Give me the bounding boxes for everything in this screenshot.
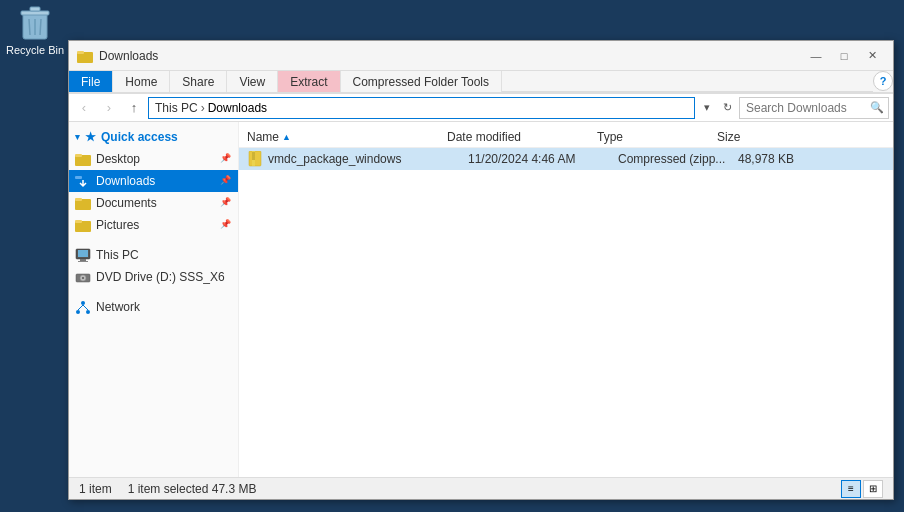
- dvd-drive-icon: [75, 269, 91, 285]
- sidebar-label-this-pc: This PC: [96, 248, 232, 262]
- svg-rect-14: [78, 250, 88, 257]
- file-date: 11/20/2024 4:46 AM: [468, 152, 618, 166]
- address-bar: ‹ › ↑ This PC › Downloads ▾ ↻ 🔍: [69, 94, 893, 122]
- address-bar-right: ▾ ↻: [698, 97, 736, 119]
- sidebar-label-desktop: Desktop: [96, 152, 215, 166]
- item-count: 1 item: [79, 482, 112, 496]
- pin-icon-pictures: 📌: [220, 219, 232, 231]
- sidebar-item-network[interactable]: Network: [69, 296, 238, 318]
- svg-rect-15: [80, 259, 86, 261]
- sidebar-label-network: Network: [96, 300, 232, 314]
- tab-compressed-folder-tools[interactable]: Compressed Folder Tools: [341, 71, 503, 92]
- pictures-folder-icon: [75, 217, 91, 233]
- downloads-folder-icon: [75, 173, 91, 189]
- status-info: 1 item 1 item selected 47.3 MB: [79, 482, 841, 496]
- svg-rect-8: [75, 176, 82, 179]
- sidebar-item-this-pc[interactable]: This PC: [69, 244, 238, 266]
- column-headers: Name ▲ Date modified Type Size: [239, 126, 893, 148]
- svg-rect-12: [75, 220, 82, 223]
- recycle-bin-icon[interactable]: Recycle Bin: [5, 5, 65, 56]
- col-header-name[interactable]: Name ▲: [247, 130, 447, 144]
- file-name: vmdc_package_windows: [268, 152, 468, 166]
- explorer-window: Downloads — □ ✕ File Home Share View Ext…: [68, 40, 894, 500]
- tab-view[interactable]: View: [227, 71, 278, 92]
- dropdown-button[interactable]: ▾: [698, 97, 716, 119]
- search-input[interactable]: [739, 97, 889, 119]
- svg-point-19: [82, 277, 84, 279]
- sidebar-item-downloads[interactable]: Downloads 📌: [69, 170, 238, 192]
- svg-line-23: [78, 305, 83, 310]
- tab-extract[interactable]: Extract: [278, 71, 340, 92]
- sidebar-label-dvd: DVD Drive (D:) SSS_X6: [96, 270, 232, 284]
- sidebar: ▾ ★ Quick access Desktop 📌: [69, 122, 239, 477]
- tab-share[interactable]: Share: [170, 71, 227, 92]
- sidebar-item-documents[interactable]: Documents 📌: [69, 192, 238, 214]
- selected-info: 1 item selected 47.3 MB: [128, 482, 257, 496]
- col-header-type[interactable]: Type: [597, 130, 717, 144]
- help-button[interactable]: ?: [873, 71, 893, 91]
- tab-home[interactable]: Home: [113, 71, 170, 92]
- this-pc-icon: [75, 247, 91, 263]
- window-controls: — □ ✕: [803, 46, 885, 66]
- network-icon: [75, 299, 91, 315]
- title-bar: Downloads — □ ✕: [69, 41, 893, 71]
- col-header-date[interactable]: Date modified: [447, 130, 597, 144]
- col-header-size[interactable]: Size: [717, 130, 797, 144]
- svg-point-20: [81, 301, 85, 305]
- sidebar-label-downloads: Downloads: [96, 174, 215, 188]
- svg-rect-4: [77, 51, 84, 54]
- file-type: Compressed (zipp...: [618, 152, 738, 166]
- svg-point-22: [86, 310, 90, 314]
- main-content: ▾ ★ Quick access Desktop 📌: [69, 122, 893, 477]
- table-row[interactable]: vmdc_package_windows 11/20/2024 4:46 AM …: [239, 148, 893, 170]
- file-list: Name ▲ Date modified Type Size: [239, 122, 893, 477]
- view-toggle: ≡ ⊞: [841, 480, 883, 498]
- back-button[interactable]: ‹: [73, 97, 95, 119]
- details-view-button[interactable]: ≡: [841, 480, 861, 498]
- file-zip-icon: [247, 151, 263, 167]
- recycle-bin-label: Recycle Bin: [6, 44, 64, 56]
- ribbon-tab-bar: File Home Share View Extract Compressed …: [69, 71, 893, 93]
- refresh-button[interactable]: ↻: [718, 97, 736, 119]
- svg-rect-10: [75, 198, 82, 201]
- svg-rect-1: [21, 11, 49, 15]
- forward-button[interactable]: ›: [98, 97, 120, 119]
- status-bar: 1 item 1 item selected 47.3 MB ≡ ⊞: [69, 477, 893, 499]
- pin-icon-documents: 📌: [220, 197, 232, 209]
- file-size: 48,978 KB: [738, 152, 818, 166]
- documents-folder-icon: [75, 195, 91, 211]
- minimize-button[interactable]: —: [803, 46, 829, 66]
- maximize-button[interactable]: □: [831, 46, 857, 66]
- desktop-folder-icon: [75, 151, 91, 167]
- sidebar-item-dvd[interactable]: DVD Drive (D:) SSS_X6: [69, 266, 238, 288]
- pin-icon-desktop: 📌: [220, 153, 232, 165]
- sidebar-label-pictures: Pictures: [96, 218, 215, 232]
- svg-rect-16: [78, 261, 88, 262]
- tab-file[interactable]: File: [69, 71, 113, 92]
- up-button[interactable]: ↑: [123, 97, 145, 119]
- path-this-pc: This PC: [155, 101, 198, 115]
- sort-arrow-name: ▲: [282, 132, 291, 142]
- ribbon: File Home Share View Extract Compressed …: [69, 71, 893, 94]
- sidebar-item-pictures[interactable]: Pictures 📌: [69, 214, 238, 236]
- large-icons-view-button[interactable]: ⊞: [863, 480, 883, 498]
- sidebar-item-desktop[interactable]: Desktop 📌: [69, 148, 238, 170]
- window-title: Downloads: [99, 49, 158, 63]
- svg-rect-2: [30, 7, 40, 11]
- search-wrapper: 🔍: [739, 97, 889, 119]
- pin-icon-downloads: 📌: [220, 175, 232, 187]
- window-folder-icon: [77, 48, 93, 64]
- svg-point-21: [76, 310, 80, 314]
- sidebar-label-documents: Documents: [96, 196, 215, 210]
- close-button[interactable]: ✕: [859, 46, 885, 66]
- sidebar-section-quick-access[interactable]: ▾ ★ Quick access: [69, 126, 238, 148]
- svg-rect-6: [75, 154, 82, 157]
- path-downloads: Downloads: [208, 101, 267, 115]
- svg-line-24: [83, 305, 88, 310]
- address-path[interactable]: This PC › Downloads: [148, 97, 695, 119]
